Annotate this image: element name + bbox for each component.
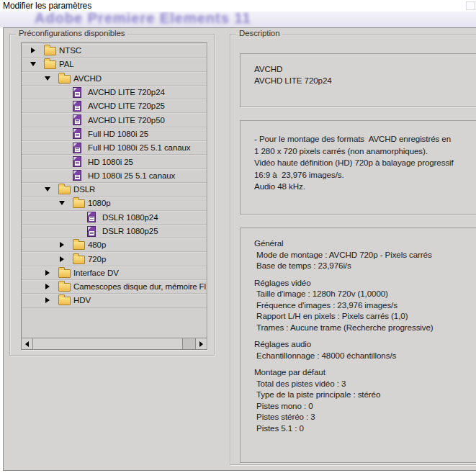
tree-item[interactable]: 1080p: [22, 197, 207, 210]
description-summary-box: - Pour le montage des formats AVCHD enre…: [240, 120, 476, 215]
tree-item-label: Full HD 1080i 25: [87, 130, 148, 138]
settings-dialog: Modifier les paramètres Adobe Premiere E…: [0, 0, 476, 473]
tree-item[interactable]: DSLR: [22, 183, 207, 197]
icon-slot: [73, 252, 87, 265]
tree-item[interactable]: Camescopes disque dur, mémoire Fl.: [22, 280, 207, 294]
twisty-slot: [30, 44, 44, 57]
indent-spacer: [22, 92, 58, 93]
expand-icon[interactable]: [60, 256, 64, 262]
folder-icon: [73, 199, 85, 208]
twisty-slot: [58, 86, 73, 99]
icon-slot: [73, 86, 87, 99]
twisty-slot: [30, 58, 44, 71]
tree-item[interactable]: Interface DV: [22, 266, 207, 280]
tree-item-label: NTSC: [58, 46, 81, 55]
description-line: Total des pistes vidéo : 3: [254, 378, 476, 389]
twisty-slot: [73, 225, 87, 238]
indent-spacer: [22, 272, 44, 273]
folder-icon: [58, 297, 71, 305]
preset-icon: [73, 143, 81, 153]
description-group-label: Description: [236, 29, 282, 37]
preset-tree: NTSCPALAVCHDAVCHD LITE 720p24AVCHD LITE …: [21, 42, 207, 350]
scroll-track[interactable]: [183, 338, 195, 349]
tree-item-label: AVCHD LITE 720p24: [87, 88, 165, 96]
collapse-icon[interactable]: [59, 201, 65, 205]
tree-item-label: PAL: [58, 60, 74, 68]
expand-icon[interactable]: [31, 48, 35, 53]
tree-item[interactable]: DSLR 1080p25: [22, 225, 207, 238]
icon-slot: [73, 99, 87, 112]
preset-icon: [73, 87, 81, 98]
preconfig-groupbox: Préconfigurations disponibles NTSCPALAVC…: [9, 34, 215, 356]
folder-icon: [58, 75, 71, 84]
indent-spacer: [22, 217, 73, 217]
description-line: Echantillonnage : 48000 échantillons/s: [254, 350, 476, 361]
tree-item[interactable]: NTSC: [22, 44, 207, 58]
description-line: Audio 48 kHz.: [254, 181, 476, 193]
expand-icon[interactable]: [60, 242, 64, 248]
scroll-thumb[interactable]: [33, 338, 183, 349]
twisty-slot: [58, 238, 73, 251]
expand-icon[interactable]: [45, 270, 50, 276]
tree-item-label: 480p: [87, 240, 106, 249]
preset-icon: [87, 226, 96, 237]
description-line: Réglages audio: [254, 338, 476, 350]
description-line: 16:9 à 23,976 images/s.: [254, 169, 476, 181]
tree-item[interactable]: Full HD 1080i 25 5.1 canaux: [22, 141, 207, 155]
scroll-right-button[interactable]: [195, 338, 207, 349]
h-scrollbar[interactable]: [22, 338, 207, 349]
indent-spacer: [22, 245, 58, 245]
tree-item-label: DSLR 1080p24: [102, 213, 158, 222]
preset-tree-rows: NTSCPALAVCHDAVCHD LITE 720p24AVCHD LITE …: [22, 44, 207, 308]
tree-item[interactable]: HD 1080i 25: [22, 155, 207, 168]
description-groupbox: Description AVCHDAVCHD LITE 720p24 - Pou…: [230, 34, 476, 465]
description-line: Réglages vidéo: [254, 277, 476, 289]
icon-slot: [44, 44, 58, 57]
icon-slot: [58, 183, 73, 196]
scroll-left-icon: [25, 341, 29, 347]
folder-icon: [73, 241, 85, 250]
tree-item[interactable]: 480p: [22, 238, 207, 252]
preset-icon: [73, 101, 81, 112]
description-line: [254, 333, 476, 338]
scroll-left-button[interactable]: [22, 338, 33, 349]
tree-item[interactable]: DSLR 1080p24: [22, 211, 207, 225]
description-line: Montage par défaut: [254, 366, 476, 378]
description-line: [254, 271, 476, 277]
expand-icon[interactable]: [45, 297, 50, 303]
tree-item[interactable]: AVCHD: [22, 72, 207, 86]
collapse-icon[interactable]: [45, 187, 50, 192]
icon-slot: [87, 211, 102, 224]
collapse-icon[interactable]: [30, 62, 36, 66]
icon-slot: [58, 266, 73, 279]
tree-item[interactable]: AVCHD LITE 720p25: [22, 99, 207, 113]
icon-slot: [73, 141, 87, 154]
tree-item[interactable]: AVCHD LITE 720p24: [22, 86, 207, 99]
tree-item[interactable]: PAL: [22, 58, 207, 71]
icon-slot: [87, 225, 102, 238]
tree-item[interactable]: HDV: [22, 294, 207, 307]
preset-icon: [73, 114, 81, 125]
description-line: - Pour le montage des formats AVCHD enre…: [254, 133, 476, 145]
indent-spacer: [22, 148, 58, 148]
indent-spacer: [22, 189, 44, 190]
glass-strip: Adobe Premiere Elements 11: [0, 12, 476, 27]
tree-item[interactable]: AVCHD LITE 720p50: [22, 113, 207, 127]
indent-spacer: [22, 175, 58, 176]
folder-icon: [44, 60, 56, 69]
collapse-icon[interactable]: [45, 76, 50, 81]
tree-item[interactable]: 720p: [22, 252, 207, 266]
folder-icon: [58, 283, 71, 292]
icon-slot: [73, 155, 87, 168]
description-line: Mode de montage : AVCHD 720p - Pixels ca…: [254, 249, 476, 261]
tree-item-label: 720p: [87, 255, 106, 263]
tree-item[interactable]: HD 1080i 25 5.1 canaux: [22, 169, 207, 183]
description-line: Taille d'image : 1280h 720v (1,0000): [254, 288, 476, 299]
indent-spacer: [22, 258, 58, 259]
twisty-slot: [73, 211, 87, 224]
tree-item[interactable]: Full HD 1080i 25: [22, 127, 207, 141]
expand-icon[interactable]: [45, 284, 50, 289]
folder-icon: [73, 256, 85, 264]
description-line: Général: [254, 238, 476, 249]
tree-item-label: DSLR 1080p25: [102, 227, 158, 235]
